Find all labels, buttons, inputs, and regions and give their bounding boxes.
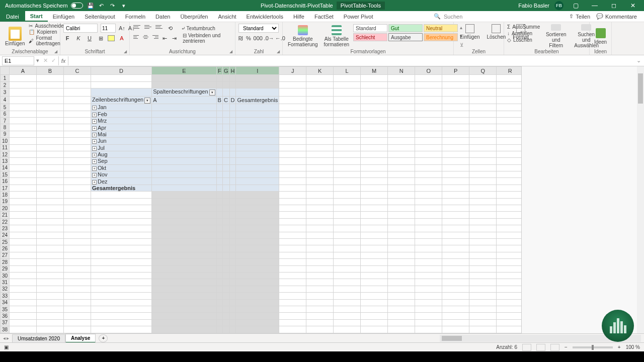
- cell-Q10[interactable]: [469, 138, 497, 144]
- cell-G28[interactable]: [222, 259, 229, 265]
- cell-H16[interactable]: [229, 178, 236, 185]
- cell-M30[interactable]: [361, 272, 388, 279]
- cell-R31[interactable]: [497, 279, 524, 286]
- cell-K36[interactable]: [306, 313, 334, 319]
- cell-C7[interactable]: [64, 117, 91, 124]
- row-header-31[interactable]: 31: [1, 279, 10, 286]
- cell-M19[interactable]: [361, 198, 388, 205]
- cell-N18[interactable]: [388, 192, 415, 198]
- cell-D9[interactable]: +Mai: [91, 131, 152, 137]
- cell-J8[interactable]: [279, 124, 306, 131]
- cell-Q30[interactable]: [469, 272, 497, 279]
- maximize-icon[interactable]: ◻: [607, 1, 621, 11]
- cell-O27[interactable]: [415, 252, 442, 258]
- cell-J26[interactable]: [279, 245, 306, 252]
- cancel-formula-icon[interactable]: ✕: [41, 57, 49, 65]
- cell-H32[interactable]: [229, 286, 236, 292]
- cell-G29[interactable]: [222, 265, 229, 272]
- cell-G11[interactable]: [222, 144, 229, 151]
- cell-F7[interactable]: [216, 117, 222, 124]
- cell-J35[interactable]: [279, 306, 306, 312]
- cell-H37[interactable]: [229, 319, 236, 326]
- cell-L25[interactable]: [334, 238, 361, 245]
- cell-J7[interactable]: [279, 117, 306, 124]
- fill-color-button[interactable]: [108, 35, 115, 41]
- zoom-level[interactable]: 100 %: [626, 344, 640, 350]
- cell-B38[interactable]: [37, 326, 64, 333]
- cell-F33[interactable]: [216, 293, 222, 299]
- cell-J30[interactable]: [279, 272, 306, 279]
- cell-R1[interactable]: [497, 75, 524, 81]
- cell-R17[interactable]: [497, 185, 524, 191]
- cell-D4[interactable]: Zeilenbeschriftungen▾: [91, 96, 152, 104]
- row-header-24[interactable]: 24: [1, 232, 10, 238]
- cell-E3[interactable]: Spaltenbeschriftungen▾: [152, 88, 216, 96]
- cell-A10[interactable]: [10, 138, 37, 144]
- cell-H3[interactable]: [229, 88, 236, 96]
- cell-L15[interactable]: [334, 171, 361, 178]
- cell-E28[interactable]: [152, 259, 216, 265]
- cell-F35[interactable]: [216, 306, 222, 312]
- cell-A38[interactable]: [10, 326, 37, 333]
- cell-N11[interactable]: [388, 144, 415, 151]
- cell-R18[interactable]: [497, 192, 524, 198]
- cell-N4[interactable]: [388, 96, 415, 104]
- expand-Apr[interactable]: +: [92, 126, 97, 131]
- cell-H18[interactable]: [229, 192, 236, 198]
- cell-R28[interactable]: [497, 259, 524, 265]
- cell-L24[interactable]: [334, 232, 361, 238]
- cell-E29[interactable]: [152, 265, 216, 272]
- cell-D6[interactable]: +Feb: [91, 111, 152, 117]
- cell-H35[interactable]: [229, 306, 236, 312]
- cell-K7[interactable]: [306, 117, 334, 124]
- cell-J38[interactable]: [279, 326, 306, 333]
- cell-E38[interactable]: [152, 326, 216, 333]
- cell-E17[interactable]: [152, 185, 216, 191]
- cell-P5[interactable]: [442, 104, 469, 111]
- cell-C11[interactable]: [64, 144, 91, 151]
- cell-M13[interactable]: [361, 158, 388, 164]
- cell-F20[interactable]: [216, 205, 222, 212]
- cell-Q15[interactable]: [469, 171, 497, 178]
- cell-M7[interactable]: [361, 117, 388, 124]
- cell-Q19[interactable]: [469, 198, 497, 205]
- cell-O4[interactable]: [415, 96, 442, 104]
- cell-P3[interactable]: [442, 88, 469, 96]
- cell-M20[interactable]: [361, 205, 388, 212]
- cell-Q16[interactable]: [469, 178, 497, 185]
- cell-R34[interactable]: [497, 299, 524, 306]
- cell-N24[interactable]: [388, 232, 415, 238]
- cell-F28[interactable]: [216, 259, 222, 265]
- cell-O3[interactable]: [415, 88, 442, 96]
- cell-H31[interactable]: [229, 279, 236, 286]
- style-gut[interactable]: Gut: [388, 24, 423, 32]
- cell-G23[interactable]: [222, 225, 229, 232]
- cell-N26[interactable]: [388, 245, 415, 252]
- cell-K18[interactable]: [306, 192, 334, 198]
- style-berechnung[interactable]: Berechnung: [424, 33, 458, 41]
- cell-F18[interactable]: [216, 192, 222, 198]
- cell-B12[interactable]: [37, 151, 64, 157]
- row-header-10[interactable]: 10: [1, 138, 10, 144]
- cell-I26[interactable]: [236, 245, 279, 252]
- cell-C13[interactable]: [64, 158, 91, 164]
- cell-E6[interactable]: [152, 111, 216, 117]
- page-break-view-button[interactable]: [550, 344, 559, 351]
- tab-entwicklertools[interactable]: Entwicklertools: [242, 11, 288, 22]
- cell-D11[interactable]: +Jul: [91, 144, 152, 151]
- cell-L16[interactable]: [334, 178, 361, 185]
- cell-K37[interactable]: [306, 319, 334, 326]
- underline-button[interactable]: U: [86, 34, 94, 42]
- cell-L31[interactable]: [334, 279, 361, 286]
- cell-I16[interactable]: [236, 178, 279, 185]
- cell-O30[interactable]: [415, 272, 442, 279]
- cell-G21[interactable]: [222, 212, 229, 218]
- cell-Q21[interactable]: [469, 212, 497, 218]
- cell-F17[interactable]: [216, 185, 222, 191]
- autosum-button[interactable]: ΣAutoSumme: [507, 24, 540, 30]
- undo-icon[interactable]: ↶: [98, 2, 105, 9]
- insert-cells-button[interactable]: Einfügen: [457, 23, 482, 49]
- col-header-I[interactable]: I: [236, 67, 279, 75]
- col-header-L[interactable]: L: [334, 67, 361, 75]
- cell-P6[interactable]: [442, 111, 469, 117]
